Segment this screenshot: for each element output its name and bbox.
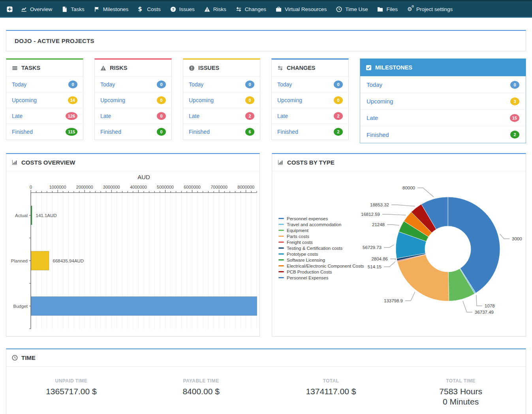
tasks-card-header: TASKS bbox=[6, 60, 83, 77]
nav-item-issues[interactable]: ?Issues bbox=[165, 1, 199, 17]
legend-item-electrical-electronic-component-costs: Electrical/Electronic Component Costs bbox=[278, 263, 364, 269]
exchange-icon bbox=[277, 65, 283, 71]
nav-item-files[interactable]: Files bbox=[372, 1, 402, 17]
nav-item-risks[interactable]: Risks bbox=[199, 1, 231, 17]
row-link-upcoming[interactable]: Upcoming bbox=[12, 97, 37, 103]
plus-square-icon bbox=[7, 6, 13, 12]
row-link-upcoming[interactable]: Upcoming bbox=[367, 98, 393, 105]
row-link-late[interactable]: Late bbox=[12, 113, 23, 119]
stat-value: 7583 Hours bbox=[396, 386, 526, 397]
card-title: TASKS bbox=[21, 65, 40, 71]
briefcase-icon bbox=[276, 6, 282, 12]
issues-row-finished: Finished6 bbox=[183, 124, 260, 140]
time-header: TIME bbox=[6, 349, 526, 367]
svg-text:3000000: 3000000 bbox=[103, 185, 120, 189]
row-link-today[interactable]: Today bbox=[277, 81, 292, 88]
warning-icon bbox=[204, 6, 210, 12]
row-link-today[interactable]: Today bbox=[367, 81, 382, 88]
legend-swatch bbox=[278, 242, 284, 243]
row-link-finished[interactable]: Finished bbox=[12, 129, 33, 135]
nav-item-project-settings[interactable]: ⚙⚙Project settings bbox=[402, 1, 457, 17]
stat-label: UNPAID TIME bbox=[6, 378, 136, 384]
row-link-finished[interactable]: Finished bbox=[277, 129, 298, 135]
question-circle-icon: ? bbox=[170, 6, 176, 12]
add-project-button[interactable] bbox=[3, 1, 16, 17]
gears-icon: ⚙⚙ bbox=[407, 6, 413, 12]
svg-text:AUD: AUD bbox=[137, 174, 150, 180]
row-link-late[interactable]: Late bbox=[277, 113, 288, 119]
count-badge: 0 bbox=[157, 81, 166, 88]
svg-text:7000000: 7000000 bbox=[211, 185, 227, 189]
costs-by-type-panel: COSTS BY TYPE 3000107836737.49133798.951… bbox=[272, 153, 526, 337]
count-badge: 0 bbox=[510, 81, 519, 89]
page-title-panel: DOJO - ACTIVE PROJECTS bbox=[6, 30, 526, 51]
row-link-upcoming[interactable]: Upcoming bbox=[100, 97, 125, 103]
row-link-finished[interactable]: Finished bbox=[100, 129, 121, 135]
count-badge: 115 bbox=[66, 128, 77, 136]
stat-total-time: TOTAL TIME7583 Hours0 Minutes bbox=[396, 378, 526, 407]
legend-swatch bbox=[278, 271, 284, 272]
nav-item-label: Virtual Resources bbox=[285, 6, 327, 12]
svg-text:2804.86: 2804.86 bbox=[371, 257, 388, 261]
legend-item-personnel-expenses: Personnel Expenses bbox=[278, 275, 364, 281]
changes-card: CHANGESToday0Upcoming0Late2Finished2 bbox=[271, 58, 349, 140]
costs-overview-header: COSTS OVERVIEW bbox=[6, 154, 259, 171]
nav-item-tasks[interactable]: Tasks bbox=[57, 1, 89, 17]
nav-item-milestones[interactable]: Milestones bbox=[89, 1, 133, 17]
legend-label: Parts costs bbox=[287, 234, 309, 239]
legend-item-testing-certification-costs: Testing & Certification costs bbox=[278, 245, 364, 251]
count-badge: 0 bbox=[157, 96, 166, 104]
row-link-finished[interactable]: Finished bbox=[189, 129, 210, 135]
svg-text:133798.9: 133798.9 bbox=[384, 298, 403, 303]
row-link-finished[interactable]: Finished bbox=[367, 131, 389, 138]
costs-by-type-header: COSTS BY TYPE bbox=[272, 154, 526, 171]
row-link-today[interactable]: Today bbox=[100, 81, 115, 88]
legend-label: Personnel expenses bbox=[287, 216, 328, 221]
legend-label: Prototype costs bbox=[287, 252, 318, 257]
milestones-row-today: Today0 bbox=[360, 77, 526, 93]
count-badge: 0 bbox=[245, 81, 254, 88]
svg-text:5000000: 5000000 bbox=[157, 185, 174, 189]
row-link-upcoming[interactable]: Upcoming bbox=[277, 97, 302, 103]
svg-text:3000: 3000 bbox=[512, 236, 522, 241]
costs-overview-svg: 141.1AUDActual668435.94AUDPlannedBudget0… bbox=[6, 171, 259, 332]
nav-item-label: Files bbox=[386, 6, 398, 12]
row-link-upcoming[interactable]: Upcoming bbox=[189, 97, 214, 103]
count-badge: 2 bbox=[510, 131, 519, 139]
nav-item-changes[interactable]: Changes bbox=[231, 1, 271, 17]
legend-item-equipment: Equipment bbox=[278, 227, 364, 233]
nav-item-label: Issues bbox=[179, 6, 195, 12]
row-link-today[interactable]: Today bbox=[189, 81, 203, 88]
nav-item-overview[interactable]: Overview bbox=[16, 1, 57, 17]
time-stats: UNPAID TIME1365717.00 $PAYABLE TIME8400.… bbox=[6, 367, 526, 414]
legend-item-travel-and-accommodation: Travel and accommodation bbox=[278, 221, 364, 227]
row-link-late[interactable]: Late bbox=[367, 114, 378, 121]
svg-text:0: 0 bbox=[30, 185, 32, 189]
tasks-row-finished: Finished115 bbox=[6, 124, 83, 140]
nav-item-virtual-resources[interactable]: Virtual Resources bbox=[271, 1, 331, 17]
svg-text:141.1AUD: 141.1AUD bbox=[36, 213, 57, 218]
svg-text:36737.49: 36737.49 bbox=[475, 310, 494, 315]
stat-label: TOTAL bbox=[266, 378, 396, 384]
nav-item-label: Risks bbox=[213, 6, 226, 12]
count-badge: 0 bbox=[334, 81, 343, 88]
svg-text:80000: 80000 bbox=[402, 185, 415, 190]
nav-item-time-use[interactable]: Time Use bbox=[331, 1, 372, 17]
legend-label: Travel and accommodation bbox=[287, 222, 341, 227]
count-badge: 6 bbox=[245, 128, 254, 136]
stat-payable-time: PAYABLE TIME8400.00 $ bbox=[136, 378, 266, 407]
legend-item-freight-costs: Freight costs bbox=[278, 239, 364, 245]
risks-row-finished: Finished0 bbox=[95, 124, 171, 140]
clock-icon bbox=[12, 355, 18, 361]
row-link-late[interactable]: Late bbox=[189, 113, 199, 119]
row-link-today[interactable]: Today bbox=[12, 81, 26, 88]
milestones-row-late: Late15 bbox=[360, 110, 526, 126]
nav-item-costs[interactable]: $Costs bbox=[133, 1, 165, 17]
svg-text:1078: 1078 bbox=[485, 303, 495, 308]
costs-overview-panel: COSTS OVERVIEW 141.1AUDActual668435.94AU… bbox=[6, 153, 260, 337]
list-icon bbox=[12, 65, 18, 71]
row-link-late[interactable]: Late bbox=[100, 113, 111, 119]
count-badge: 0 bbox=[157, 128, 166, 136]
changes-card-header: CHANGES bbox=[272, 60, 348, 77]
stat-value: 8400.00 $ bbox=[136, 386, 266, 397]
